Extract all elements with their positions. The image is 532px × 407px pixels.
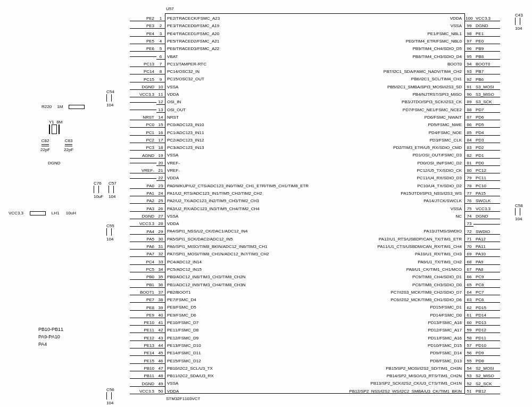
pin-row-right: 80PC12 — [465, 167, 532, 175]
pin-row-right: 81PD0 — [465, 160, 532, 167]
net-label: PD9 — [473, 351, 500, 356]
net-label: BOOT1 — [130, 290, 156, 295]
pin-row-right: 82PD1 — [465, 152, 532, 159]
pin-number: 71 — [465, 237, 473, 242]
net-label — [130, 163, 156, 163]
net-label: PC2 — [130, 138, 156, 143]
pin-function-right: PB4/NJTRST/SPI3_MISO — [413, 92, 462, 97]
pin-function-left: PA0/WKUP/U2_CTS/ADC123_IN0/TIM2_CH1_ETR/… — [167, 184, 309, 188]
pin-function-left: PA1/U2_RTS/ADC123_IN1/TIM5_CH2/TIM2_CH2 — [167, 191, 262, 196]
net-label: PC15 — [130, 77, 156, 82]
pin-function-left: PC1/ADC123_IN11 — [167, 130, 204, 135]
pin-row-left: PA225 — [0, 197, 165, 205]
net-label: PB1 — [130, 283, 156, 288]
net-label: PA9 — [473, 260, 500, 265]
net-label — [473, 224, 500, 225]
net-label: PD10 — [473, 343, 500, 348]
pin-function-right: PB12/SP2_NSS/I2S2_WS/I2C2_SMBA/U3_CK/TIM… — [349, 389, 462, 394]
pin-number: 67 — [465, 267, 473, 272]
pin-row-left: PB136 — [0, 281, 165, 289]
pin-function-right: PB9/TIM4_CH4/SDIO_D5 — [413, 46, 462, 51]
net-label: PC14 — [130, 69, 156, 74]
net-label: DGND — [130, 381, 156, 387]
pin-number: 95 — [465, 54, 473, 60]
pin-number: 10 — [156, 85, 165, 90]
pin-row-right: 90S3_MISO — [465, 91, 532, 98]
pin-function-right: PA15/JTDI/SPI3_NSS/I2S3_WS — [401, 191, 462, 196]
pin-row-left: PA023 — [0, 182, 165, 190]
pin-function-right: PD4/FSMC_NOE — [429, 130, 462, 135]
pin-number: 61 — [465, 313, 473, 318]
cap-c83: C83 22pF — [64, 138, 73, 152]
pin-number: 75 — [465, 206, 473, 212]
pin-function-left: PE2/TRACECK/FSMC_A23 — [167, 16, 220, 21]
pin-row-right: 97PE0 — [465, 38, 532, 45]
pin-function-right: PC9/TIM8_CH4/SDIO_D1 — [412, 275, 462, 279]
pin-number: 79 — [465, 176, 473, 181]
net-label: VCC3.3 — [473, 16, 500, 21]
pin-function-left: PE10/FSMC_D7 — [167, 320, 198, 325]
pin-number: 58 — [465, 336, 473, 341]
net-label: PE13 — [130, 343, 156, 348]
pin-number: 66 — [465, 275, 473, 280]
pin-row-right: 64PC7 — [465, 289, 532, 296]
net-label: PB6 — [473, 77, 500, 82]
pin-number: 39 — [156, 305, 165, 311]
pin-row-left: 6 — [0, 53, 165, 61]
pin-number: 14 — [156, 115, 165, 120]
net-label: PA11 — [473, 244, 500, 250]
net-label: PE5 — [130, 39, 156, 44]
pin-number: 31 — [156, 244, 165, 250]
net-label: PE9 — [130, 313, 156, 318]
pin-row-right: 52S2_SCK — [465, 380, 532, 387]
pin-function-left: NRST — [167, 115, 179, 120]
net-label: SWCLK — [473, 198, 500, 204]
pin-function-right: PD5/FSMC_NWE — [428, 122, 462, 127]
pin-number: 8 — [156, 69, 165, 74]
cap-c57: C57104 — [109, 181, 117, 199]
pin-function-left: PC15/OSC32_OUT — [167, 77, 204, 81]
net-label: PD1 — [473, 153, 500, 159]
pin-function-left: PC14/OSC32_IN — [167, 69, 200, 74]
pin-row-left: PA631 — [0, 243, 165, 251]
pin-function-right: PC12/U5_TX/SDIO_CK — [417, 168, 462, 173]
pin-number: 63 — [465, 297, 473, 303]
pin-row-right: 70PA11 — [465, 243, 532, 251]
pin-function-right: PD12/FSMC_A17 — [428, 328, 462, 333]
pin-function-right: PD13/FSMC_A18 — [428, 320, 462, 325]
net-label — [130, 102, 156, 103]
pin-function-right: PD6/FSMC_NWAIT — [425, 115, 462, 120]
pin-row-right: 95PB8 — [465, 53, 532, 61]
pin-row-left: PC137 — [0, 61, 165, 68]
pin-function-left: PB11/I2C2_SDA/U3_RX — [167, 373, 214, 378]
pin-function-left: PE13/FSMC_D10 — [167, 343, 201, 348]
pin-number: 97 — [465, 39, 473, 44]
cap-c43: C43104 — [515, 13, 523, 31]
pin-row-left: PC148 — [0, 68, 165, 76]
pin-number: 54 — [465, 366, 473, 371]
pin-row-right: 77PA15 — [465, 190, 532, 197]
inductor-lh1: VCC3.3 LH1 10uH — [9, 211, 76, 215]
pin-number: 28 — [156, 221, 165, 227]
pin-function-right: VSSA — [451, 23, 462, 28]
net-label: PB9 — [473, 46, 500, 52]
pin-number: 56 — [465, 351, 473, 356]
net-label: PA15 — [473, 191, 500, 196]
pin-function-right: PD11/FSMC_A16 — [428, 336, 462, 340]
pin-number: 49 — [156, 381, 165, 387]
pin-function-left: PE4/TRACED1/FSMC_A20 — [167, 31, 219, 36]
pin-row-right: 71PA12 — [465, 236, 532, 243]
pin-function-right: PA10/U1_RX/TIM1_CH3 — [415, 252, 462, 256]
pin-function-left: PE7/FSMC_D4 — [167, 297, 196, 302]
net-label: PE2 — [130, 16, 156, 21]
pin-function-left: PC5/ADC12_IN15 — [167, 267, 202, 272]
pin-row-right: 88PD7 — [465, 106, 532, 114]
net-label: DGND — [473, 214, 500, 219]
pin-number: 73 — [465, 221, 473, 227]
pin-number: 42 — [156, 328, 165, 333]
pin-row-left: PE1041 — [0, 319, 165, 327]
net-label: PE0 — [473, 39, 500, 44]
pin-number: 20 — [156, 161, 165, 166]
pin-number: 34 — [156, 267, 165, 272]
pin-function-right: PB14/SP2_MISO/U3_RTS/TIM1_CH2N — [387, 373, 462, 378]
